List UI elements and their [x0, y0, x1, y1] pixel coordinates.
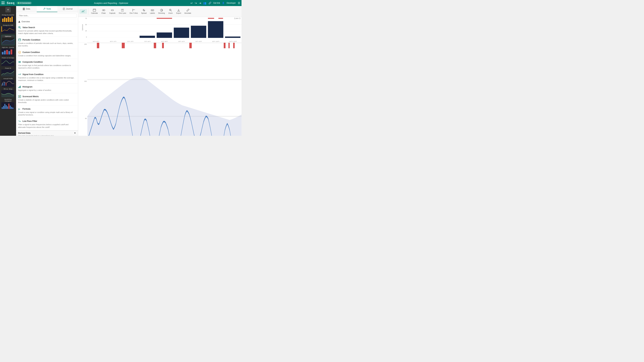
svg-rect-26: [12, 108, 14, 109]
thumbnail-energy-shift[interactable]: Energy by Shift: [1, 24, 15, 33]
tab-journal[interactable]: Journal: [57, 6, 78, 12]
svg-rect-115: [122, 43, 125, 48]
toolbar-dimming-btn[interactable]: Dimming: [157, 8, 166, 15]
svg-rect-96: [140, 36, 155, 38]
thumbnail-high-hrs[interactable]: High Hrs - Quarter: [1, 46, 15, 56]
toolbar-capsule-btn[interactable]: Capsule: [108, 8, 117, 15]
svg-rect-99: [191, 26, 206, 38]
tool-value-search[interactable]: Value Search Search for periods within s…: [16, 24, 78, 37]
svg-rect-4: [2, 18, 4, 22]
toolbar-divider-1: [88, 8, 88, 15]
forward-icon[interactable]: ⇥: [199, 1, 201, 5]
thumbnail-optimizer[interactable]: Optimizer: [1, 35, 15, 45]
custom-condition-icon: [18, 51, 21, 54]
tool-custom-condition[interactable]: Custom Condition Create a condition from…: [16, 49, 78, 59]
svg-rect-18: [2, 107, 3, 109]
derived-data-section: Derived Data ▼ View data created by tool…: [16, 130, 78, 136]
undo-icon[interactable]: ↩: [190, 1, 193, 5]
redo-icon[interactable]: ↪: [195, 1, 197, 5]
svg-rect-12: [6, 50, 8, 54]
tools-list: Value Search Search for periods within s…: [16, 24, 78, 136]
toolbar-chain-btn[interactable]: Chain: [100, 8, 107, 15]
thumbnail-panel: + Energy by Quarter Energy by Shift: [0, 6, 16, 136]
svg-rect-65: [82, 12, 84, 12]
svg-rect-117: [162, 43, 164, 48]
get-link-button[interactable]: Get link: [213, 2, 220, 4]
svg-point-71: [104, 9, 105, 11]
toolbar-spread-btn[interactable]: Spread: [140, 8, 148, 15]
svg-rect-37: [18, 39, 21, 41]
seeq-icon: 🔗: [208, 2, 211, 4]
tool-formula[interactable]: fx Formula Create a new signal or condit…: [16, 106, 78, 118]
connected-badge: 4 Connected: [16, 2, 32, 4]
toolbar-labels-btn[interactable]: Ab Labels: [148, 8, 156, 15]
bar-chart: Optimizer 75 50 25 0: [78, 17, 242, 43]
connected-label: 4 Connected: [20, 2, 30, 4]
sidebar-tabs: Data Tools Journal: [16, 6, 78, 12]
add-worksheet-button[interactable]: +: [5, 7, 11, 12]
tab-tools[interactable]: Tools: [37, 6, 57, 12]
svg-rect-9: [12, 16, 13, 22]
tool-composite-condition[interactable]: Composite Condition Use simple logic to …: [16, 59, 78, 71]
svg-rect-6: [6, 18, 7, 22]
ts-chart-area: [88, 43, 242, 136]
tab-data[interactable]: Data: [16, 6, 37, 12]
svg-rect-46: [19, 86, 20, 88]
value-search-icon: [18, 26, 21, 29]
svg-rect-29: [23, 9, 25, 10]
svg-line-36: [20, 28, 21, 29]
svg-rect-14: [10, 49, 12, 54]
tool-periodic-condition[interactable]: Periodic Condition Create a condition of…: [16, 37, 78, 49]
svg-rect-27: [23, 8, 25, 8]
svg-rect-116: [154, 43, 156, 48]
overview-item[interactable]: Overview: [16, 19, 78, 24]
sidebar: Data Tools Journal Overview: [16, 6, 78, 136]
toolbar-zoom-btn[interactable]: Zoom: [167, 8, 174, 15]
svg-rect-47: [20, 86, 21, 88]
thumbnail-power-bi[interactable]: Power BI: [1, 67, 15, 76]
tool-scorecard-metric[interactable]: Scorecard Metric Create a statistic of s…: [16, 93, 78, 106]
app-grid-icon[interactable]: [1, 1, 5, 5]
svg-rect-13: [8, 51, 10, 54]
top-nav: Seeq 4 Connected Analytics and Reporting…: [0, 0, 242, 6]
thumbnail-annual-profile[interactable]: Annual Profile: [1, 78, 15, 87]
menu-icon[interactable]: ☰: [238, 1, 240, 5]
thumbnail-monthday-histogram[interactable]: Month/Day Histogram: [1, 98, 15, 109]
search-input[interactable]: [18, 13, 77, 17]
histogram-icon: [18, 85, 21, 88]
tool-low-pass-filter[interactable]: Low Pass Filter Filter a signal to pass …: [16, 118, 78, 130]
users-icon[interactable]: 👥: [203, 1, 206, 5]
thumbnail-power-hot-days[interactable]: Power on hot days: [1, 57, 15, 66]
scorecard-metric-icon: [18, 95, 21, 98]
toolbar-export-btn[interactable]: Export: [175, 8, 182, 15]
tool-signal-from-condition[interactable]: Signal from Condition Transform a condit…: [16, 71, 78, 84]
seeq-logo: Seeq: [7, 1, 14, 5]
developer-label[interactable]: Developer: [226, 2, 236, 4]
thumbnail-energy-quarter[interactable]: Energy by Quarter: [1, 14, 15, 23]
periodic-condition-icon: [18, 38, 21, 41]
tool-histogram[interactable]: Histogram Aggregate a signal by y-value …: [16, 84, 78, 93]
thumbnail-rh-temp[interactable]: RH vs. Temp: [1, 88, 15, 97]
toolbar-chart-btn[interactable]: [80, 9, 87, 14]
toolbar-annotate-btn[interactable]: Annotate: [183, 8, 192, 15]
bar-chart-inner: [88, 17, 242, 38]
toolbar-calendar-btn[interactable]: Calendar: [90, 8, 99, 15]
svg-rect-19: [3, 106, 4, 109]
svg-rect-21: [6, 105, 7, 109]
svg-rect-102: [157, 18, 172, 18]
toolbar-one-lane-btn[interactable]: One Lane: [118, 8, 128, 15]
svg-rect-28: [23, 9, 25, 9]
timeseries-chart: 105 100 95 90 85 80 75 70: [78, 43, 242, 136]
svg-text:fx: fx: [18, 108, 20, 110]
svg-text:1: 1: [133, 9, 134, 10]
user-icon: 👤: [222, 2, 224, 4]
toolbar-one-yaxis-btn[interactable]: 1 One Y-Axis: [128, 8, 139, 15]
overview-label: Overview: [22, 20, 30, 23]
svg-point-43: [20, 61, 21, 63]
derived-data-header[interactable]: Derived Data ▼: [18, 132, 76, 134]
bar-yaxis-label: Optimizer: [82, 24, 83, 31]
svg-rect-120: [228, 43, 230, 48]
svg-rect-22: [7, 106, 8, 109]
derived-collapse-icon[interactable]: ▼: [74, 132, 76, 134]
svg-rect-114: [97, 43, 99, 48]
